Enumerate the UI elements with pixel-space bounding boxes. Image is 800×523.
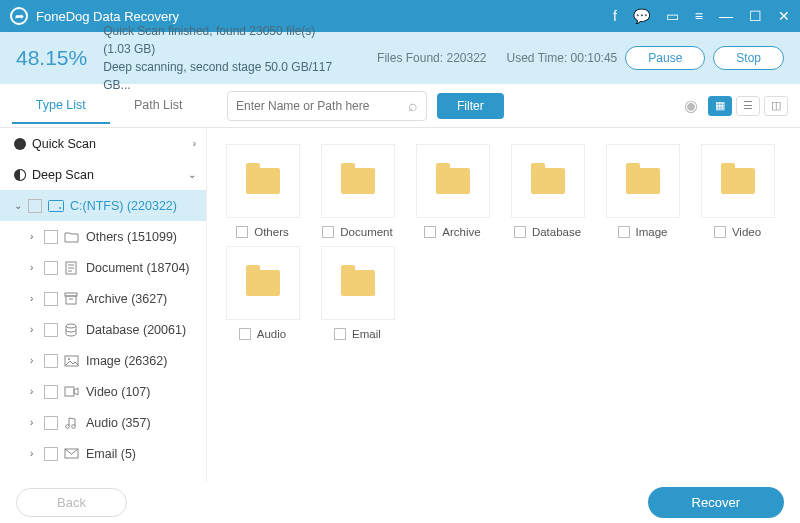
- folder-icon: [606, 144, 680, 218]
- checkbox[interactable]: [322, 226, 334, 238]
- audio-icon: [64, 416, 82, 430]
- grid-item-image[interactable]: Image: [597, 144, 688, 238]
- tab-type-list[interactable]: Type List: [12, 88, 110, 124]
- grid-item-audio[interactable]: Audio: [217, 246, 308, 340]
- view-list-icon[interactable]: ☰: [736, 96, 760, 116]
- menu-icon[interactable]: ≡: [695, 8, 703, 24]
- svg-rect-0: [49, 200, 64, 211]
- sidebar-item-others[interactable]: ›Others (151099): [0, 221, 206, 252]
- grid-item-database[interactable]: Database: [502, 144, 593, 238]
- view-detail-icon[interactable]: ◫: [764, 96, 788, 116]
- deep-scan-label: Deep Scan: [32, 168, 94, 182]
- checkbox[interactable]: [44, 323, 58, 337]
- checkbox[interactable]: [44, 230, 58, 244]
- facebook-icon[interactable]: f: [613, 8, 617, 24]
- grid-label: Email: [352, 328, 381, 340]
- tab-path-list[interactable]: Path List: [110, 88, 208, 124]
- sidebar-item-audio[interactable]: ›Audio (357): [0, 407, 206, 438]
- chevron-right-icon[interactable]: ›: [30, 386, 44, 397]
- drive-icon: [48, 200, 66, 212]
- feedback-icon[interactable]: 💬: [633, 8, 650, 24]
- scan-text: Quick Scan finished, found 23050 file(s)…: [103, 22, 337, 94]
- archive-icon: [64, 292, 82, 305]
- grid-item-document[interactable]: Document: [312, 144, 403, 238]
- sidebar-item-email[interactable]: ›Email (5): [0, 438, 206, 469]
- search-icon[interactable]: ⌕: [408, 97, 418, 115]
- search-input[interactable]: [236, 99, 408, 113]
- close-icon[interactable]: ✕: [778, 8, 790, 24]
- checkbox[interactable]: [236, 226, 248, 238]
- item-label: Archive (3627): [86, 292, 167, 306]
- item-label: Database (20061): [86, 323, 186, 337]
- files-found-value: 220322: [446, 51, 486, 65]
- sidebar-item-archive[interactable]: ›Archive (3627): [0, 283, 206, 314]
- recover-button[interactable]: Recover: [648, 487, 784, 518]
- svg-rect-7: [66, 296, 76, 304]
- scan-status-bar: 48.15% Quick Scan finished, found 23050 …: [0, 32, 800, 84]
- back-button[interactable]: Back: [16, 488, 127, 517]
- grid-label: Audio: [257, 328, 286, 340]
- chevron-right-icon[interactable]: ›: [30, 417, 44, 428]
- sidebar-quick-scan[interactable]: Quick Scan ›: [0, 128, 206, 159]
- scan-percent: 48.15%: [16, 46, 87, 70]
- chevron-right-icon[interactable]: ›: [30, 262, 44, 273]
- quick-scan-label: Quick Scan: [32, 137, 96, 151]
- checkbox[interactable]: [44, 385, 58, 399]
- checkbox[interactable]: [44, 261, 58, 275]
- sidebar-deep-scan[interactable]: Deep Scan ⌄: [0, 159, 206, 190]
- pause-button[interactable]: Pause: [625, 46, 705, 70]
- svg-point-11: [68, 358, 70, 360]
- minimize-icon[interactable]: —: [719, 8, 733, 24]
- chevron-down-icon[interactable]: ⌄: [14, 200, 28, 211]
- item-label: Image (26362): [86, 354, 167, 368]
- item-label: Video (107): [86, 385, 150, 399]
- clock-full-icon: [14, 138, 26, 150]
- checkbox[interactable]: [714, 226, 726, 238]
- chevron-right-icon[interactable]: ›: [30, 324, 44, 335]
- sidebar-item-video[interactable]: ›Video (107): [0, 376, 206, 407]
- toolbar: Type List Path List ⌕ Filter ◉ ▦ ☰ ◫: [0, 84, 800, 128]
- checkbox[interactable]: [44, 447, 58, 461]
- sidebar-item-document[interactable]: ›Document (18704): [0, 252, 206, 283]
- grid-item-video[interactable]: Video: [692, 144, 783, 238]
- used-time-label: Used Time:: [507, 51, 568, 65]
- chevron-right-icon[interactable]: ›: [30, 293, 44, 304]
- checkbox[interactable]: [334, 328, 346, 340]
- preview-icon[interactable]: ◉: [684, 96, 698, 115]
- sidebar-item-database[interactable]: ›Database (20061): [0, 314, 206, 345]
- titlebar-controls: f 💬 ▭ ≡ — ☐ ✕: [613, 8, 790, 24]
- grid-item-email[interactable]: Email: [312, 246, 403, 340]
- chevron-right-icon[interactable]: ›: [30, 448, 44, 459]
- app-logo-icon: ➦: [10, 7, 28, 25]
- sidebar: Quick Scan › Deep Scan ⌄ ⌄ C:(NTFS) (220…: [0, 128, 207, 482]
- svg-point-14: [72, 424, 76, 428]
- list-tabs: Type List Path List: [12, 88, 207, 124]
- svg-rect-12: [65, 387, 74, 396]
- checkbox[interactable]: [514, 226, 526, 238]
- maximize-icon[interactable]: ☐: [749, 8, 762, 24]
- database-icon: [64, 323, 82, 337]
- checkbox[interactable]: [618, 226, 630, 238]
- sidebar-item-image[interactable]: ›Image (26362): [0, 345, 206, 376]
- checkbox[interactable]: [44, 416, 58, 430]
- grid-item-archive[interactable]: Archive: [407, 144, 498, 238]
- sidebar-drive[interactable]: ⌄ C:(NTFS) (220322): [0, 190, 206, 221]
- checkbox[interactable]: [424, 226, 436, 238]
- checkbox[interactable]: [44, 354, 58, 368]
- chevron-right-icon[interactable]: ›: [30, 231, 44, 242]
- checkbox[interactable]: [28, 199, 42, 213]
- filter-button[interactable]: Filter: [437, 93, 504, 119]
- chevron-right-icon[interactable]: ›: [30, 355, 44, 366]
- folder-icon: [511, 144, 585, 218]
- folder-icon: [226, 144, 300, 218]
- register-icon[interactable]: ▭: [666, 8, 679, 24]
- search-box[interactable]: ⌕: [227, 91, 427, 121]
- stop-button[interactable]: Stop: [713, 46, 784, 70]
- checkbox[interactable]: [44, 292, 58, 306]
- view-grid-icon[interactable]: ▦: [708, 96, 732, 116]
- footer: Back Recover: [0, 482, 800, 523]
- checkbox[interactable]: [239, 328, 251, 340]
- grid-label: Database: [532, 226, 581, 238]
- folder-icon: [416, 144, 490, 218]
- grid-item-others[interactable]: Others: [217, 144, 308, 238]
